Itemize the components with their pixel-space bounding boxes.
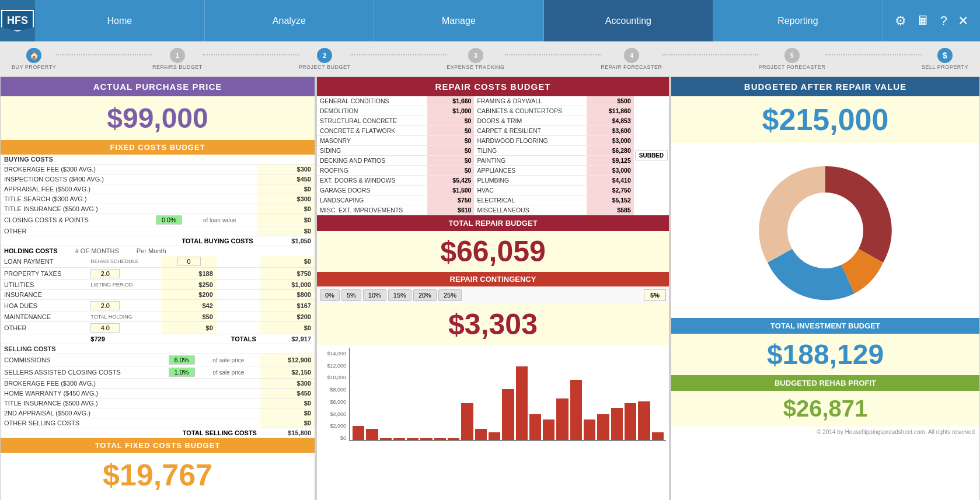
buying-item-0-value: $300 xyxy=(257,165,315,174)
contingency-btn-4[interactable]: 20% xyxy=(413,289,437,301)
step-buy-property[interactable]: 🏠 BUY PROPERTY xyxy=(12,48,56,70)
step-label-expense: EXPENSE TRACKING xyxy=(447,64,504,70)
selling-item-0-label: COMMISSIONS xyxy=(1,354,165,366)
contingency-btn-0[interactable]: 0% xyxy=(320,289,340,301)
step-repairs-budget[interactable]: 1 REPAIRS BUDGET xyxy=(152,48,203,70)
holding-item-6-label: OTHER xyxy=(1,322,87,334)
closing-costs-pct-input[interactable] xyxy=(156,215,182,225)
hoa-months-input[interactable] xyxy=(90,301,120,310)
y-label-3: $8,000 xyxy=(320,387,346,393)
repair-left-0-label: GENERAL CONDITIONS xyxy=(317,96,427,106)
repair-right-2-value: $4,853 xyxy=(587,116,634,126)
buying-item-3-value: $300 xyxy=(257,194,315,204)
table-row: OTHER $0 xyxy=(1,226,315,236)
repair-left-2-value: $0 xyxy=(427,116,475,126)
holding-item-3-per-month: $200 xyxy=(162,290,217,300)
property-tax-months-input[interactable] xyxy=(90,269,120,278)
repair-right-5-label: TILING xyxy=(474,146,587,156)
selling-item-1-value: $2,150 xyxy=(260,366,315,379)
contingency-buttons-row: 0% 5% 10% 15% 20% 25% 5% xyxy=(317,286,669,304)
table-row: MISC. EXT. IMPROVEMENTS $610 MISCELLANEO… xyxy=(317,205,669,215)
holding-costs-label: HOLDING COSTS xyxy=(4,247,58,254)
repair-right-8-value: $4,410 xyxy=(587,176,634,186)
nav-home[interactable]: Home xyxy=(35,0,205,41)
bar-4 xyxy=(393,438,405,440)
selling-item-2-label: BROKERAGE FEE ($300 Avg.) xyxy=(1,379,165,389)
table-row: UTILITIES LISTING PERIOD $250 $1,000 xyxy=(1,280,315,290)
step-circle-expense: 3 xyxy=(468,48,483,63)
commission-pct-input[interactable] xyxy=(169,355,195,365)
buying-item-4-value: $0 xyxy=(257,204,315,214)
step-label-repairs: REPAIRS BUDGET xyxy=(152,64,203,70)
repair-left-1-value: $1,000 xyxy=(427,106,475,116)
bar-16 xyxy=(556,398,568,440)
selling-total-value: $15,800 xyxy=(260,428,315,438)
step-project-budget[interactable]: 2 PROJECT BUDGET xyxy=(299,48,351,70)
nav-reporting[interactable]: Reporting xyxy=(713,0,883,41)
selling-item-6-value: $0 xyxy=(260,418,315,428)
holding-item-2-per-month: $250 xyxy=(162,280,217,290)
holding-item-3-label: INSURANCE xyxy=(1,290,87,300)
loan-payment-input[interactable] xyxy=(162,256,217,268)
step-dots-5 xyxy=(662,54,759,55)
buying-item-2-label: APPRAISAL FEE ($500 Avg.) xyxy=(1,184,152,194)
holding-item-1-per-month: $188 xyxy=(162,268,217,280)
table-row: HOA DUES $42 $167 xyxy=(1,300,315,312)
table-row: LOAN PAYMENT REHAB SCHEDULE $0 xyxy=(1,256,315,268)
y-label-5: $4,000 xyxy=(320,411,346,417)
repair-left-11-value: $610 xyxy=(427,205,475,215)
bar-10 xyxy=(475,429,487,440)
nav-manage[interactable]: Manage xyxy=(374,0,544,41)
table-row: COMMISSIONS of sale price $12,900 xyxy=(1,354,315,366)
settings-icon[interactable]: ⚙ xyxy=(895,13,906,29)
logo[interactable]: HFS xyxy=(0,0,35,41)
table-row: BROKERAGE FEE ($300 Avg.) $300 xyxy=(1,379,315,389)
repair-left-11-label: MISC. EXT. IMPROVEMENTS xyxy=(317,205,427,215)
main-content: ACTUAL PURCHASE PRICE $99,000 FIXED COST… xyxy=(0,76,980,500)
step-dots-3 xyxy=(350,54,447,55)
sellers-closing-pct-input[interactable] xyxy=(169,368,195,377)
right-panel: BUDGETED AFTER REPAIR VALUE $215,000 TOT… xyxy=(671,76,980,500)
buying-total-value: $1,050 xyxy=(257,236,315,246)
repair-left-5-label: SIDING xyxy=(317,146,427,156)
donut-hole xyxy=(787,193,863,268)
repair-costs-table: GENERAL CONDITIONS $1,660 FRAMING & DRYW… xyxy=(317,96,669,215)
chart-y-axis: $14,000 $12,000 $10,000 $8,000 $6,000 $4… xyxy=(320,348,346,441)
contingency-btn-2[interactable]: 10% xyxy=(363,289,386,301)
bar-21 xyxy=(625,403,636,440)
contingency-btn-1[interactable]: 5% xyxy=(341,289,361,301)
repair-left-0-value: $1,660 xyxy=(427,96,475,106)
repair-left-4-value: $0 xyxy=(427,136,475,146)
logo-text: HFS xyxy=(1,10,34,32)
step-repair-forecaster[interactable]: 4 REPAIR FORECASTER xyxy=(601,48,662,70)
step-expense-tracking[interactable]: 3 EXPENSE TRACKING xyxy=(447,48,504,70)
repair-left-3-value: $0 xyxy=(427,126,475,136)
repair-left-8-label: EXT. DOORS & WINDOWS xyxy=(317,176,427,186)
holding-item-4-per-month: $42 xyxy=(162,300,217,312)
selling-item-1-label: SELLERS ASSISTED CLOSING COSTS xyxy=(1,366,165,379)
y-label-7: $0 xyxy=(320,435,346,441)
calculator-icon[interactable]: 🖩 xyxy=(917,13,930,29)
table-row: TITLE INSURANCE ($500 Avg.) $0 xyxy=(1,398,315,408)
middle-panel: REPAIR COSTS BUDGET GENERAL CONDITIONS $… xyxy=(316,76,669,500)
step-circle-project: 2 xyxy=(317,48,332,63)
bar-9 xyxy=(461,403,473,440)
close-icon[interactable]: ✕ xyxy=(958,13,968,29)
step-project-forecaster[interactable]: 5 PROJECT FORECASTER xyxy=(758,48,825,70)
repair-right-2-label: DOORS & TRIM xyxy=(474,116,587,126)
bar-19 xyxy=(597,414,609,440)
help-icon[interactable]: ? xyxy=(940,13,947,29)
buying-item-5-value: $0 xyxy=(257,214,315,226)
buying-item-6-label: OTHER xyxy=(1,226,152,236)
contingency-btn-5[interactable]: 25% xyxy=(438,289,462,301)
repair-left-9-value: $1,500 xyxy=(427,186,475,195)
contingency-btn-3[interactable]: 15% xyxy=(388,289,411,301)
table-row: SELLERS ASSISTED CLOSING COSTS of sale p… xyxy=(1,366,315,379)
nav-analyze[interactable]: Analyze xyxy=(205,0,375,41)
nav-accounting[interactable]: Accounting xyxy=(544,0,714,41)
step-sell-property[interactable]: $ SELL PROPERTY xyxy=(922,48,968,70)
bar-11 xyxy=(489,432,500,440)
buying-item-4-label: TITLE INSURANCE ($500 Avg.) xyxy=(1,204,152,214)
bar-14 xyxy=(529,414,541,440)
other-months-input[interactable] xyxy=(90,323,120,333)
